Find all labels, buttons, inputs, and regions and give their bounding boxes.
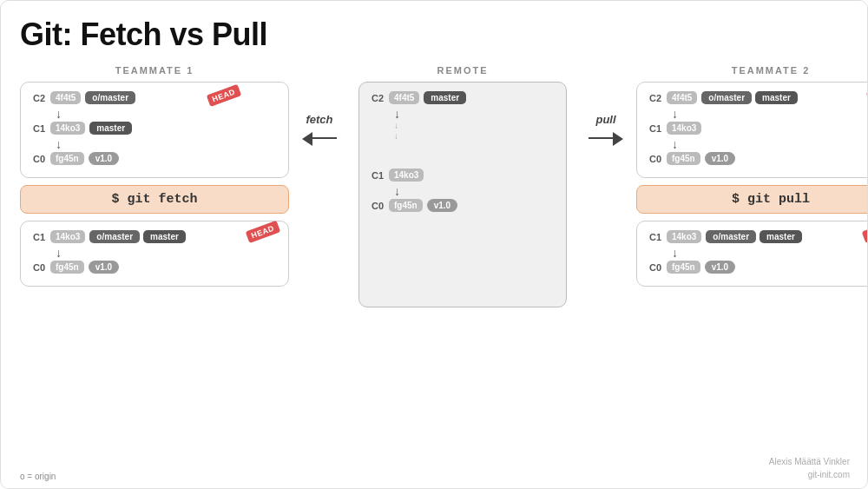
teammate1-bottom-box: HEAD C1 14ko3 o/master master ↓ C0 fg45n… bbox=[20, 221, 289, 287]
arrow-c2-c1-t1: ↓ bbox=[33, 108, 276, 120]
c2-label-t2: C2 bbox=[649, 93, 667, 103]
c2-hash-r: 4f4t5 bbox=[389, 91, 419, 104]
c2-label-r: C2 bbox=[372, 93, 389, 103]
arrow-c1-c0-r: ↓ bbox=[372, 185, 554, 197]
teammate2-section: TEAMMATE 2 HEAD C2 4f4t5 o/master master… bbox=[636, 65, 868, 287]
c1-row-t1-top: C1 14ko3 master bbox=[33, 122, 276, 135]
arrow-c1-c0-t2-bot: ↓ bbox=[649, 247, 868, 259]
c1-row-t2-bot: C1 14ko3 o/master master bbox=[649, 230, 868, 243]
c0-label-t2: C0 bbox=[649, 154, 667, 164]
c2-row-remote: C2 4f4t5 master bbox=[372, 91, 554, 104]
c0-hash-r: fg45n bbox=[389, 199, 423, 212]
page-title: Git: Fetch vs Pull bbox=[20, 17, 850, 53]
c0-label-bot: C0 bbox=[33, 262, 50, 273]
master-branch-t2-bot: master bbox=[760, 230, 802, 243]
pull-connector: pull bbox=[575, 65, 636, 146]
c0-label-r: C0 bbox=[372, 201, 389, 211]
omaster-branch-t1-bot: o/master bbox=[89, 230, 140, 243]
c1-label-t2: C1 bbox=[649, 123, 667, 134]
teammate2-top-box: HEAD C2 4f4t5 o/master master ↓ C1 14ko3 bbox=[636, 82, 868, 178]
arrow-c2-c1-t2: ↓ bbox=[649, 108, 868, 120]
c1-hash-r: 14ko3 bbox=[389, 169, 424, 182]
footer-author: Alexis Määttä Vinkler bbox=[769, 455, 850, 468]
arrow-spacer2-r: ↓ bbox=[372, 132, 554, 141]
c1-hash-t2: 14ko3 bbox=[667, 122, 701, 135]
arrow-c1-c0-t1-bot: ↓ bbox=[33, 247, 276, 259]
master-branch-t2: master bbox=[755, 91, 798, 104]
v10-tag-t2: v1.0 bbox=[705, 152, 735, 165]
c0-row-remote: C0 fg45n v1.0 bbox=[372, 199, 554, 212]
teammate1-top-box: HEAD C2 4f4t5 o/master ↓ C1 14ko3 master bbox=[20, 82, 289, 178]
omaster-branch-t2: o/master bbox=[701, 91, 752, 104]
pull-arrow-icon bbox=[589, 130, 623, 146]
c0-hash-t1-bot: fg45n bbox=[50, 261, 84, 274]
fetch-label: fetch bbox=[306, 113, 332, 126]
v10-tag-t1-bot: v1.0 bbox=[89, 261, 119, 274]
v10-tag-t1: v1.0 bbox=[89, 152, 119, 165]
fetch-connector: fetch bbox=[289, 65, 350, 146]
c1-row-remote: C1 14ko3 bbox=[372, 169, 554, 182]
c0-hash-t1: fg45n bbox=[50, 152, 84, 165]
c1-row-t2-top: C1 14ko3 bbox=[649, 122, 868, 135]
footer: Alexis Määttä Vinkler git-init.com bbox=[769, 455, 850, 481]
master-branch-t1-bot: master bbox=[143, 230, 186, 243]
arrow-c1-c0-t2: ↓ bbox=[649, 138, 868, 150]
fetch-arrow-icon bbox=[302, 130, 337, 146]
master-branch-r: master bbox=[424, 91, 466, 104]
c0-row-t2-bot: C0 fg45n v1.0 bbox=[649, 261, 868, 274]
c2-hash-t1: 4f4t5 bbox=[50, 91, 81, 104]
remote-section: REMOTE C2 4f4t5 master ↓ ↓ ↓ bbox=[358, 65, 567, 307]
git-pull-cmd: $ git pull bbox=[636, 185, 868, 214]
c2-label: C2 bbox=[33, 93, 50, 103]
note: o = origin bbox=[20, 472, 56, 481]
remote-box: C2 4f4t5 master ↓ ↓ ↓ C1 14ko3 bbox=[358, 82, 567, 307]
pull-label: pull bbox=[595, 113, 615, 126]
c2-hash-t2: 4f4t5 bbox=[667, 91, 697, 104]
teammate1-label: TEAMMATE 1 bbox=[20, 65, 289, 76]
teammate2-label: TEAMMATE 2 bbox=[636, 65, 868, 76]
c1-label-t2-bot: C1 bbox=[649, 232, 667, 242]
c1-label: C1 bbox=[33, 123, 50, 134]
c1-row-t1-bot: C1 14ko3 o/master master bbox=[33, 230, 276, 243]
main-layout: TEAMMATE 1 HEAD C2 4f4t5 o/master ↓ C1 1… bbox=[20, 65, 850, 307]
arrow-c2-c1-r: ↓ bbox=[372, 108, 554, 120]
c1-hash-t1: 14ko3 bbox=[50, 122, 85, 135]
c0-hash-t2: fg45n bbox=[667, 152, 700, 165]
c2-row-t1-top: C2 4f4t5 o/master bbox=[33, 91, 276, 104]
c1-label-r: C1 bbox=[372, 170, 389, 181]
footer-site: git-init.com bbox=[769, 468, 850, 481]
c1-label-bot: C1 bbox=[33, 232, 50, 242]
arrow-spacer-r: ↓ bbox=[372, 122, 554, 130]
page: Git: Fetch vs Pull TEAMMATE 1 HEAD C2 4f… bbox=[1, 1, 868, 489]
teammate2-bottom-box: HEAD C1 14ko3 o/master master ↓ C0 fg45n… bbox=[636, 221, 868, 287]
c2-row-t2-top: C2 4f4t5 o/master master bbox=[649, 91, 868, 104]
remote-label: REMOTE bbox=[358, 65, 567, 76]
c0-row-t1-bot: C0 fg45n v1.0 bbox=[33, 261, 276, 274]
teammate1-section: TEAMMATE 1 HEAD C2 4f4t5 o/master ↓ C1 1… bbox=[20, 65, 289, 287]
omaster-branch-t1: o/master bbox=[85, 91, 135, 104]
arrow-c1-c0-t1: ↓ bbox=[33, 138, 276, 150]
master-branch-t1: master bbox=[89, 122, 132, 135]
c0-row-t1-top: C0 fg45n v1.0 bbox=[33, 152, 276, 165]
git-fetch-cmd: $ git fetch bbox=[20, 185, 289, 214]
c0-label: C0 bbox=[33, 154, 50, 164]
c0-row-t2-top: C0 fg45n v1.0 bbox=[649, 152, 868, 165]
remote-spacer bbox=[372, 142, 554, 169]
c1-hash-t2-bot: 14ko3 bbox=[667, 230, 701, 243]
v10-tag-r: v1.0 bbox=[427, 199, 457, 212]
c1-hash-t1-bot: 14ko3 bbox=[50, 230, 85, 243]
c0-label-t2-bot: C0 bbox=[649, 262, 667, 273]
v10-tag-t2-bot: v1.0 bbox=[705, 261, 735, 274]
c0-hash-t2-bot: fg45n bbox=[667, 261, 700, 274]
omaster-branch-t2-bot: o/master bbox=[706, 230, 756, 243]
